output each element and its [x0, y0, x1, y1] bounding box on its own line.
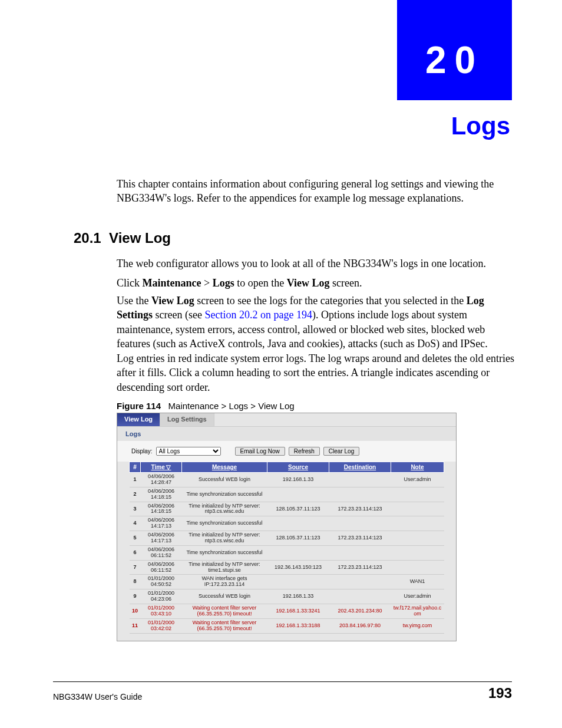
cell: 202.43.201.234:80: [329, 604, 391, 619]
cell: tw.yimg.com: [391, 618, 444, 633]
cell: [267, 575, 329, 589]
cell: 04/06/2006 06:11:52: [141, 560, 182, 575]
cell: 04/06/2006 14:17:13: [141, 531, 182, 546]
display-select[interactable]: All Logs: [156, 447, 221, 456]
table-row: 704/06/2006 06:11:52Time initialized by …: [130, 560, 444, 575]
cell: 04/06/2006 14:18:15: [141, 487, 182, 502]
clear-log-button[interactable]: Clear Log: [323, 447, 359, 456]
table-row: 404/06/2006 14:17:13Time synchronization…: [130, 516, 444, 531]
cell: WAN interface gets IP:172.23.23.114: [182, 575, 267, 589]
cell: 01/01/2000 04:23:06: [141, 589, 182, 604]
cell: [329, 589, 391, 604]
cell: Time synchronization successful: [182, 516, 267, 531]
table-row: 901/01/2000 04:23:06Successful WEB login…: [130, 589, 444, 604]
col-number[interactable]: #: [130, 462, 141, 473]
tab-bar: View Log Log Settings: [117, 413, 456, 426]
tab-view-log[interactable]: View Log: [117, 413, 160, 426]
cell: 04/06/2006 14:28:47: [141, 473, 182, 487]
cell: 128.105.37.11:123: [267, 502, 329, 516]
cross-ref-link[interactable]: Section 20.2 on page 194: [204, 309, 312, 321]
display-label: Display:: [131, 448, 153, 454]
panel-title: Logs: [117, 426, 456, 441]
tab-log-settings[interactable]: Log Settings: [160, 413, 214, 426]
cell: Time initialized by NTP server: ntp3.cs.…: [182, 502, 267, 516]
intro-paragraph: This chapter contains information about …: [117, 177, 516, 206]
cell: 192.36.143.150:123: [267, 560, 329, 575]
cell: 1: [130, 473, 141, 487]
cell: tw.f172.mail.yahoo.com: [391, 604, 444, 619]
col-destination[interactable]: Destination: [329, 462, 391, 473]
cell: 04/06/2006 06:11:52: [141, 545, 182, 560]
cell: WAN1: [391, 575, 444, 589]
cell: 04/06/2006 14:17:13: [141, 516, 182, 531]
cell: [391, 560, 444, 575]
email-log-now-button[interactable]: Email Log Now: [235, 447, 285, 456]
cell: [391, 545, 444, 560]
cell: 192.168.1.33:3188: [267, 618, 329, 633]
log-table: # Time ▽ Message Source Destination Note…: [129, 462, 444, 634]
cell: [267, 487, 329, 502]
col-message[interactable]: Message: [182, 462, 267, 473]
table-row: 1001/01/2000 03:43:10Waiting content fil…: [130, 604, 444, 619]
cell: 203.84.196.97:80: [329, 618, 391, 633]
cell: [329, 487, 391, 502]
figure-caption: Figure 114 Maintenance > Logs > View Log: [117, 401, 295, 411]
cell: Waiting content filter server (66.35.255…: [182, 618, 267, 633]
footer-rule: [53, 681, 512, 682]
cell: [391, 502, 444, 516]
section-title: View Log: [109, 230, 171, 246]
col-time[interactable]: Time ▽: [141, 462, 182, 473]
table-row: 204/06/2006 14:18:15Time synchronization…: [130, 487, 444, 502]
refresh-button[interactable]: Refresh: [289, 447, 320, 456]
cell: 6: [130, 545, 141, 560]
cell: 192.168.1.33: [267, 589, 329, 604]
cell: 01/01/2000 03:42:02: [141, 618, 182, 633]
table-row: 604/06/2006 06:11:52Time synchronization…: [130, 545, 444, 560]
cell: [329, 516, 391, 531]
cell: 192.168.1.33:3241: [267, 604, 329, 619]
cell: 5: [130, 531, 141, 546]
cell: [329, 575, 391, 589]
cell: 01/01/2000 03:43:10: [141, 604, 182, 619]
col-note[interactable]: Note: [391, 462, 444, 473]
table-row: 304/06/2006 14:18:15Time initialized by …: [130, 502, 444, 516]
cell: Successful WEB login: [182, 473, 267, 487]
footer-guide-name: NBG334W User's Guide: [53, 692, 142, 701]
cell: Successful WEB login: [182, 589, 267, 604]
cell: Waiting content filter server (66.35.255…: [182, 604, 267, 619]
paragraph-4: Log entries in red indicate system error…: [117, 351, 516, 394]
cell: 172.23.23.114:123: [329, 531, 391, 546]
cell: 172.23.23.114:123: [329, 502, 391, 516]
chapter-number-box: 20: [397, 0, 512, 100]
cell: 128.105.37.11:123: [267, 531, 329, 546]
cell: Time synchronization successful: [182, 487, 267, 502]
paragraph-2: Click Maintenance > Logs to open the Vie…: [117, 276, 516, 290]
cell: 11: [130, 618, 141, 633]
paragraph-3: Use the View Log screen to see the logs …: [117, 294, 516, 351]
section-number: 20.1: [74, 230, 101, 246]
cell: [329, 545, 391, 560]
cell: [329, 473, 391, 487]
cell: Time synchronization successful: [182, 545, 267, 560]
cell: 4: [130, 516, 141, 531]
cell: Time initialized by NTP server: time1.st…: [182, 560, 267, 575]
cell: User:admin: [391, 473, 444, 487]
table-row: 1101/01/2000 03:42:02Waiting content fil…: [130, 618, 444, 633]
cell: [391, 531, 444, 546]
view-log-screenshot: View Log Log Settings Logs Display: All …: [117, 413, 457, 641]
cell: User:admin: [391, 589, 444, 604]
col-source[interactable]: Source: [267, 462, 329, 473]
table-row: 801/01/2000 04:50:52WAN interface gets I…: [130, 575, 444, 589]
cell: [267, 545, 329, 560]
cell: [391, 516, 444, 531]
paragraph-1: The web configurator allows you to look …: [117, 256, 516, 271]
cell: 9: [130, 589, 141, 604]
section-heading: 20.1 View Log: [74, 230, 171, 246]
cell: 04/06/2006 14:18:15: [141, 502, 182, 516]
cell: 8: [130, 575, 141, 589]
cell: 7: [130, 560, 141, 575]
cell: 2: [130, 487, 141, 502]
cell: 10: [130, 604, 141, 619]
table-row: 504/06/2006 14:17:13Time initialized by …: [130, 531, 444, 546]
cell: Time initialized by NTP server: ntp3.cs.…: [182, 531, 267, 546]
